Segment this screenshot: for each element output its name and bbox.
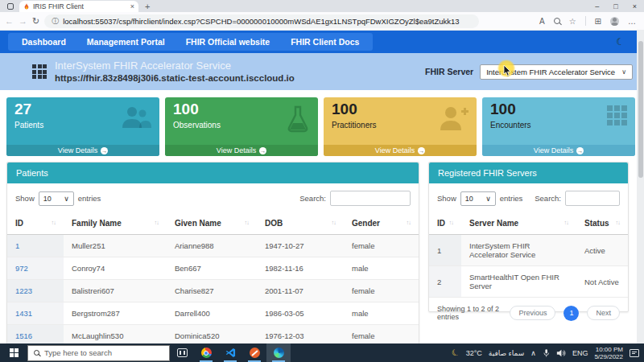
patient-id-link[interactable]: 1 — [15, 241, 19, 250]
servers-search-input[interactable] — [565, 191, 620, 206]
chrome-icon — [201, 348, 212, 358]
table-row: 1 InterSystem FHIR Accelerator Service A… — [429, 235, 628, 266]
weather-temp[interactable]: 32°C — [466, 349, 482, 357]
server-id-cell: 1 — [429, 235, 461, 266]
previous-page-button[interactable]: Previous — [510, 306, 555, 320]
patient-id-link[interactable]: 1516 — [15, 331, 32, 340]
family-name-cell: Muller251 — [64, 235, 167, 257]
patients-view-details[interactable]: View Details→ — [6, 145, 159, 156]
address-bar[interactable]: ⓘ localhost:55037/csp/fhirclient/index.c… — [44, 14, 479, 28]
action-center-icon[interactable] — [630, 349, 639, 357]
patients-panel: Patients Show 10∨ entries Search: ID↑↓ — [6, 162, 419, 344]
servers-panel: Registered FHIR Servers Show 10∨ entries… — [428, 162, 629, 312]
search-label: Search: — [299, 194, 326, 203]
dob-cell: 1976-12-03 — [257, 325, 344, 345]
forward-button[interactable]: → — [19, 16, 27, 26]
weather-desc[interactable]: سماء صافية — [489, 349, 524, 357]
person-plus-icon — [436, 105, 469, 131]
encounters-view-details[interactable]: View Details→ — [482, 145, 635, 156]
chrome-taskbar-button[interactable] — [194, 343, 218, 362]
tray-expand-icon[interactable]: ∧ — [530, 349, 536, 357]
search-icon — [34, 350, 39, 356]
chevron-down-icon: ∨ — [485, 195, 491, 203]
patient-id-link[interactable]: 1223 — [15, 286, 32, 295]
vscode-icon — [225, 348, 236, 358]
service-title: InterSystem FHIR Accelerator Service — [55, 60, 295, 72]
screen: IRIS FHIR Client × + – □ × ← → ↻ ⓘ local… — [0, 0, 644, 362]
col-gender[interactable]: Gender↑↓ — [344, 212, 419, 235]
browser-toolbar: ← → ↻ ⓘ localhost:55037/csp/fhirclient/i… — [0, 12, 644, 31]
gender-cell: female — [344, 325, 419, 345]
tab-close-icon[interactable]: × — [130, 2, 134, 10]
collections-icon[interactable]: ⊞ — [595, 17, 601, 26]
new-tab-button[interactable]: + — [138, 1, 156, 12]
maximize-button[interactable]: □ — [606, 2, 625, 10]
scrollbar-thumb[interactable] — [638, 41, 643, 178]
dob-cell: 1947-10-27 — [257, 235, 344, 257]
settings-menu-icon[interactable]: … — [628, 17, 636, 26]
patient-id-link[interactable]: 972 — [15, 264, 28, 273]
people-icon — [119, 105, 151, 130]
iris-icon — [250, 348, 260, 358]
given-name-cell: Darrell400 — [167, 302, 257, 325]
minimize-button[interactable]: – — [588, 2, 606, 10]
col-family-name[interactable]: Family Name↑↓ — [64, 212, 167, 235]
tab-title: IRIS FHIR Client — [33, 2, 127, 10]
nav-item-dashboard[interactable]: Dashboard — [11, 37, 76, 47]
microphone-icon[interactable] — [543, 348, 550, 358]
system-tray: ☾ 32°C سماء صافية ∧ ENG 10:00 PM 5/29/20… — [452, 346, 644, 360]
arrow-circle-icon: → — [576, 147, 584, 154]
task-view-button[interactable] — [170, 343, 194, 362]
clock-date: 5/29/2022 — [594, 353, 623, 360]
start-button[interactable] — [0, 343, 27, 362]
page-scrollbar[interactable] — [637, 30, 644, 343]
grid-logo-icon — [32, 64, 47, 79]
edge-taskbar-button[interactable] — [266, 343, 291, 362]
back-button[interactable]: ← — [5, 16, 14, 26]
nav-item-fhir-official-website[interactable]: FHIR Official website — [175, 37, 280, 47]
zoom-icon[interactable] — [554, 18, 560, 24]
browser-tab[interactable]: IRIS FHIR Client × — [19, 1, 138, 12]
chevron-down-icon: ∨ — [64, 195, 69, 203]
refresh-button[interactable]: ↻ — [32, 16, 39, 27]
next-page-button[interactable]: Next — [587, 306, 620, 320]
patients-panel-title: Patients — [7, 162, 419, 183]
page-size-select[interactable]: 10∨ — [39, 191, 74, 206]
nav-item-management-portal[interactable]: Management Portal — [76, 37, 175, 47]
taskbar-search[interactable]: Type here to search — [27, 345, 170, 361]
edge-icon — [274, 348, 284, 358]
arrow-circle-icon: → — [418, 147, 425, 154]
favorites-icon[interactable]: ☆ — [569, 17, 576, 26]
current-page-button[interactable]: 1 — [564, 306, 579, 321]
dob-cell: 1982-11-16 — [257, 257, 344, 280]
taskbar-clock[interactable]: 10:00 PM 5/29/2022 — [594, 346, 623, 360]
col-server-name[interactable]: Server Name↑↓ — [461, 212, 576, 235]
profile-avatar[interactable] — [610, 17, 619, 26]
search-label: Search: — [535, 194, 561, 203]
page-size-select[interactable]: 10∨ — [460, 191, 496, 206]
observations-view-details[interactable]: View Details→ — [165, 145, 318, 156]
stat-cards: 27 Patients View Details→ 100 Observatio… — [0, 90, 644, 156]
language-indicator[interactable]: ENG — [572, 349, 588, 357]
servers-table: ID↑↓ Server Name↑↓ Status↑↓ 1 InterSyste… — [429, 212, 628, 297]
tab-actions-button[interactable] — [5, 2, 16, 11]
dark-mode-moon-icon[interactable]: ☾ — [616, 36, 625, 47]
close-button[interactable]: × — [625, 2, 644, 10]
col-id[interactable]: ID↑↓ — [429, 212, 461, 235]
patient-id-link[interactable]: 1431 — [15, 309, 32, 318]
speaker-icon[interactable] — [556, 348, 566, 358]
sort-icon: ↑↓ — [564, 219, 569, 226]
col-given-name[interactable]: Given Name↑↓ — [167, 212, 257, 235]
iris-taskbar-button[interactable] — [242, 343, 266, 362]
col-dob[interactable]: DOB↑↓ — [257, 212, 344, 235]
server-status-cell: Not Active — [576, 266, 628, 298]
site-info-icon[interactable]: ⓘ — [52, 16, 59, 27]
patients-search-input[interactable] — [330, 191, 411, 206]
practitioners-view-details[interactable]: View Details→ — [324, 145, 477, 156]
vscode-taskbar-button[interactable] — [218, 343, 242, 362]
col-id[interactable]: ID↑↓ — [7, 212, 64, 235]
col-status[interactable]: Status↑↓ — [576, 212, 628, 235]
read-aloud-icon[interactable]: A — [539, 17, 545, 26]
table-row: 2 SmartHealthIT Open FHIR Server Not Act… — [429, 266, 628, 298]
nav-item-fhir-client-docs[interactable]: FHIR Client Docs — [280, 37, 369, 47]
